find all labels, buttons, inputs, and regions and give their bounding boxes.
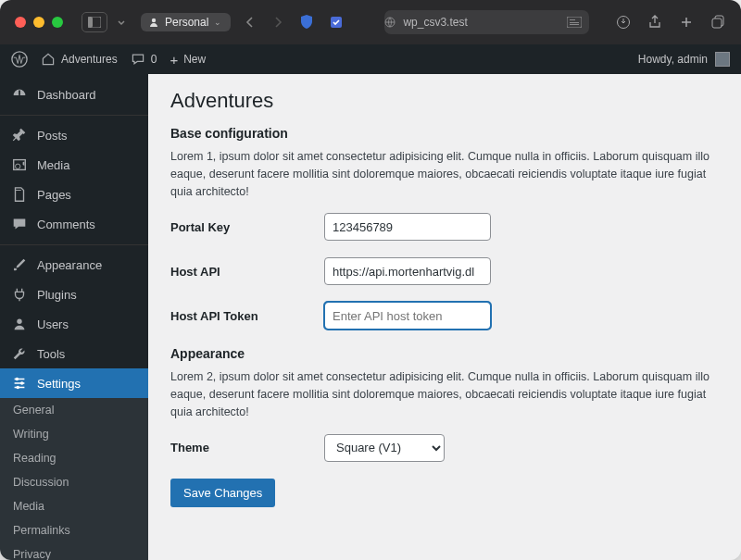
submenu-reading[interactable]: Reading: [0, 446, 148, 470]
menu-posts[interactable]: Posts: [0, 115, 148, 150]
close-window-button[interactable]: [15, 17, 26, 28]
fullscreen-window-button[interactable]: [52, 17, 63, 28]
avatar[interactable]: [715, 52, 730, 67]
forward-button[interactable]: [270, 14, 286, 31]
reader-icon[interactable]: [567, 17, 582, 28]
wp-body: Dashboard Posts Media Pages Comments App…: [0, 74, 741, 560]
section-description: Lorem 1, ipsum dolor sit amet consectetu…: [170, 148, 719, 200]
row-portal-key: Portal Key: [170, 213, 719, 241]
wp-logo[interactable]: [11, 51, 28, 68]
globe-icon: [384, 17, 396, 28]
new-content-link[interactable]: + New: [170, 52, 206, 68]
menu-plugins[interactable]: Plugins: [0, 280, 148, 309]
howdy-text[interactable]: Howdy, admin: [638, 53, 708, 66]
svg-rect-7: [570, 22, 579, 23]
pin-icon: [11, 127, 28, 143]
menu-label: Appearance: [37, 258, 102, 272]
section-description: Lorem 2, ipsum dolor sit amet consectetu…: [170, 368, 719, 420]
menu-label: Users: [37, 317, 69, 331]
back-button[interactable]: [242, 14, 258, 31]
section-appearance: Appearance Lorem 2, ipsum dolor sit amet…: [170, 346, 719, 461]
menu-dashboard[interactable]: Dashboard: [0, 80, 148, 109]
svg-point-15: [17, 319, 21, 324]
wrench-icon: [11, 345, 28, 362]
menu-label: Pages: [37, 188, 71, 202]
svg-rect-6: [570, 19, 575, 20]
url-bar[interactable]: wp_csv3.test: [384, 10, 589, 34]
minimize-window-button[interactable]: [33, 17, 44, 28]
profile-selector[interactable]: Personal ⌄: [141, 13, 231, 31]
person-icon: [148, 17, 159, 28]
profile-name: Personal: [165, 16, 208, 29]
home-icon: [41, 52, 56, 67]
new-tab-icon[interactable]: [678, 14, 695, 31]
sidebar-toggle-icon[interactable]: [82, 12, 107, 32]
menu-tools[interactable]: Tools: [0, 339, 148, 368]
comments-link[interactable]: 0: [131, 52, 157, 67]
comment-count: 0: [151, 53, 157, 66]
theme-label: Theme: [170, 441, 324, 454]
section-base-config: Base configuration Lorem 1, ipsum dolor …: [170, 126, 719, 330]
svg-point-17: [20, 381, 24, 385]
chevron-down-icon[interactable]: [113, 14, 130, 31]
svg-rect-1: [88, 17, 93, 28]
host-api-input[interactable]: [324, 257, 491, 285]
portal-key-input[interactable]: [324, 213, 491, 241]
svg-point-16: [16, 378, 19, 381]
portal-key-label: Portal Key: [170, 220, 324, 234]
pages-icon: [11, 186, 28, 203]
section-title: Base configuration: [170, 126, 719, 141]
sliders-icon: [11, 375, 28, 392]
theme-select[interactable]: Square (V1): [324, 434, 445, 462]
menu-pages[interactable]: Pages: [0, 180, 148, 209]
comment-icon: [131, 52, 145, 67]
wp-admin-bar: Adventures 0 + New Howdy, admin: [0, 44, 741, 74]
user-icon: [11, 316, 28, 332]
menu-settings[interactable]: Settings: [0, 368, 148, 398]
menu-label: Tools: [37, 347, 65, 361]
extension-icon[interactable]: [327, 13, 345, 31]
save-button[interactable]: Save Changes: [170, 479, 275, 507]
svg-point-2: [152, 19, 156, 22]
wp-admin-menu: Dashboard Posts Media Pages Comments App…: [0, 74, 148, 560]
svg-point-11: [12, 52, 27, 67]
dashboard-icon: [11, 86, 28, 103]
share-icon[interactable]: [647, 14, 663, 31]
wp-content: Adventures Base configuration Lorem 1, i…: [148, 74, 741, 560]
menu-users[interactable]: Users: [0, 309, 148, 339]
url-text: wp_csv3.test: [403, 16, 467, 29]
tabs-icon[interactable]: [710, 14, 726, 31]
site-name: Adventures: [61, 53, 118, 66]
browser-window: Personal ⌄ wp_csv3.test: [0, 0, 741, 560]
svg-rect-8: [570, 24, 579, 25]
page-title: Adventures: [170, 89, 719, 113]
menu-label: Posts: [37, 129, 68, 143]
row-host-api-token: Host API Token: [170, 302, 719, 330]
menu-label: Dashboard: [37, 88, 96, 102]
submenu-discussion[interactable]: Discussion: [0, 470, 148, 494]
submenu-media[interactable]: Media: [0, 494, 148, 518]
submenu-privacy[interactable]: Privacy: [0, 542, 148, 560]
download-icon[interactable]: [615, 14, 632, 31]
shield-icon[interactable]: [297, 13, 316, 31]
menu-comments[interactable]: Comments: [0, 209, 148, 239]
plus-icon: +: [170, 52, 178, 68]
menu-media[interactable]: Media: [0, 150, 148, 180]
browser-chrome: Personal ⌄ wp_csv3.test: [0, 0, 741, 44]
svg-point-14: [16, 164, 20, 168]
submenu-permalinks[interactable]: Permalinks: [0, 518, 148, 542]
submenu-writing[interactable]: Writing: [0, 422, 148, 446]
site-link[interactable]: Adventures: [41, 52, 118, 67]
menu-label: Media: [37, 158, 69, 172]
row-host-api: Host API: [170, 257, 719, 285]
host-api-token-input[interactable]: [324, 302, 491, 330]
menu-appearance[interactable]: Appearance: [0, 244, 148, 280]
menu-label: Comments: [37, 218, 95, 231]
host-api-label: Host API: [170, 265, 324, 279]
menu-label: Settings: [37, 377, 81, 391]
comments-icon: [11, 216, 28, 232]
submenu-general[interactable]: General: [0, 398, 148, 422]
section-title: Appearance: [170, 346, 719, 361]
plug-icon: [11, 286, 28, 303]
svg-rect-10: [712, 19, 722, 28]
